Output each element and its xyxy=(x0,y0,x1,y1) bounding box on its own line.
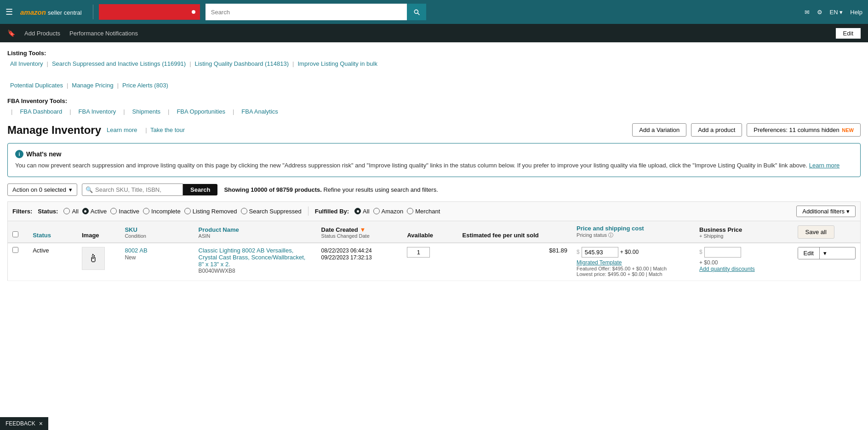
action-on-selected[interactable]: Action on 0 selected ▾ xyxy=(7,183,77,196)
select-all-checkbox[interactable] xyxy=(12,231,18,237)
language-selector[interactable]: EN ▾ xyxy=(830,9,843,16)
bookmark-icon[interactable]: 🔖 xyxy=(7,29,15,37)
th-fee-label: Estimated fee per unit sold xyxy=(463,232,539,239)
fba-dashboard-link[interactable]: FBA Dashboard xyxy=(20,106,62,117)
sku-link[interactable]: 8002 AB xyxy=(125,247,189,254)
add-variation-button[interactable]: Add a Variation xyxy=(632,123,686,137)
new-badge: NEW xyxy=(842,127,854,133)
status-all-radio[interactable]: All xyxy=(63,208,78,215)
lowest-price-text: Lowest price: $495.00 + $0.00 | Match xyxy=(577,271,690,277)
th-date[interactable]: Date Created ▼ Status Changed Date xyxy=(317,221,403,243)
inventory-table: Status Image SKU Condition Product Name … xyxy=(7,221,861,281)
red-input-container[interactable] xyxy=(99,4,200,20)
search-icon-wrapper: 🔍 xyxy=(82,183,183,196)
logo-seller-central: seller central xyxy=(48,9,82,16)
edit-button-group: Edit ▾ xyxy=(798,247,856,259)
additional-filters-button[interactable]: Additional filters ▾ xyxy=(796,206,856,217)
row-bizprice-cell: $ + $0.00 Add quantity discounts xyxy=(695,243,793,281)
filter-divider xyxy=(308,206,308,216)
gear-icon[interactable]: ⚙ xyxy=(817,9,822,16)
migrated-template-link[interactable]: Migrated Template xyxy=(577,259,690,266)
fba-inventory-link[interactable]: FBA Inventory xyxy=(79,106,116,117)
product-name-link[interactable]: Classic Lighting 8002 AB Versailles, Cry… xyxy=(199,247,306,268)
status-active-label: Active xyxy=(91,208,107,215)
add-product-button[interactable]: Add a product xyxy=(691,123,742,137)
row-image-cell: 🕯 xyxy=(77,243,120,281)
edit-button[interactable]: Edit xyxy=(836,28,861,39)
secondary-navigation: 🔖 Add Products Performance Notifications… xyxy=(0,24,868,42)
row-status-cell: Active xyxy=(28,243,77,281)
status-listing-removed-label: Listing Removed xyxy=(193,208,237,215)
status-inactive-label: Inactive xyxy=(119,208,139,215)
separator: | xyxy=(189,58,191,69)
available-input[interactable] xyxy=(407,247,430,258)
listing-tools-pricing[interactable]: Manage Pricing xyxy=(72,80,113,91)
listing-tools-section: Listing Tools: All Inventory | Search Su… xyxy=(7,48,861,91)
listing-tools-improve-bulk[interactable]: Improve Listing Quality in bulk xyxy=(297,58,377,69)
th-available: Available xyxy=(402,221,457,243)
radio-circle-fulfilled-amazon xyxy=(373,208,380,214)
take-tour-link[interactable]: Take the tour xyxy=(150,126,185,133)
biz-price-input[interactable] xyxy=(704,247,741,258)
row-checkbox-cell xyxy=(8,243,29,281)
product-image-icon: 🕯 xyxy=(88,252,99,265)
chevron-down-icon: ▾ xyxy=(846,208,850,215)
asin-text: B0040WWXB8 xyxy=(199,268,312,274)
whats-new-learn-more[interactable]: Learn more xyxy=(809,162,839,169)
whats-new-body: You can now prevent search suppression a… xyxy=(15,161,853,170)
status-incomplete-radio[interactable]: Incomplete xyxy=(143,208,181,215)
fulfilled-all-radio[interactable]: All xyxy=(354,208,369,215)
th-name-sub: ASIN xyxy=(199,233,312,239)
listing-tools-duplicates[interactable]: Potential Duplicates xyxy=(10,80,63,91)
global-search-area xyxy=(206,4,426,20)
biz-price-group: $ xyxy=(699,247,788,258)
price-input[interactable] xyxy=(582,247,618,258)
logo-amazon: amazon xyxy=(20,8,46,16)
learn-more-link[interactable]: Learn more xyxy=(107,126,137,133)
save-all-button[interactable]: Save all xyxy=(798,225,834,239)
edit-listing-button[interactable]: Edit xyxy=(798,247,820,259)
radio-circle-incomplete xyxy=(143,208,149,214)
add-products-link[interactable]: Add Products xyxy=(24,30,60,37)
status-inactive-radio[interactable]: Inactive xyxy=(110,208,139,215)
edit-caret-button[interactable]: ▾ xyxy=(820,247,830,259)
performance-notifications-link[interactable]: Performance Notifications xyxy=(69,30,138,37)
help-link[interactable]: Help xyxy=(850,9,862,16)
separator: | xyxy=(11,106,12,117)
global-search-input[interactable] xyxy=(206,4,407,20)
mail-icon[interactable]: ✉ xyxy=(805,9,810,16)
listing-tools-price-alerts[interactable]: Price Alerts (803) xyxy=(122,80,168,91)
red-dot-indicator xyxy=(192,10,195,14)
row-date-cell: 08/22/2023 06:44:24 09/22/2023 17:32:13 xyxy=(317,243,403,281)
sku-search-group: 🔍 Search xyxy=(82,183,217,196)
hamburger-menu[interactable]: ☰ xyxy=(6,7,13,17)
price-shipping: + $0.00 xyxy=(620,249,639,255)
listing-tools-suppressed[interactable]: Search Suppressed and Inactive Listings … xyxy=(52,58,186,69)
fulfilled-merchant-radio[interactable]: Merchant xyxy=(407,208,440,215)
status-incomplete-label: Incomplete xyxy=(151,208,181,215)
sku-search-button[interactable]: Search xyxy=(183,184,217,195)
global-search-button[interactable] xyxy=(407,4,426,20)
status-search-suppressed-radio[interactable]: Search Suppressed xyxy=(241,208,302,215)
logo-text: amazon seller central xyxy=(20,8,82,16)
fba-shipments-link[interactable]: Shipments xyxy=(132,106,160,117)
status-listing-removed-radio[interactable]: Listing Removed xyxy=(184,208,237,215)
row-checkbox[interactable] xyxy=(12,247,18,253)
fba-analytics-link[interactable]: FBA Analytics xyxy=(241,106,278,117)
add-qty-discounts-link[interactable]: Add quantity discounts xyxy=(699,266,788,272)
fulfilled-amazon-radio[interactable]: Amazon xyxy=(373,208,404,215)
preferences-button[interactable]: Preferences: 11 columns hidden NEW xyxy=(747,123,861,137)
sku-search-input[interactable] xyxy=(82,183,183,196)
manage-header-links: Learn more | Take the tour xyxy=(107,126,189,133)
listing-tools-all-inventory[interactable]: All Inventory xyxy=(10,58,43,69)
status-active-radio[interactable]: Active xyxy=(82,208,107,215)
fba-tools-label: FBA Inventory Tools: xyxy=(7,97,67,104)
radio-circle-fulfilled-all xyxy=(354,208,361,214)
search-icon: 🔍 xyxy=(86,186,93,193)
th-bizprice: Business Price + Shipping xyxy=(695,221,793,243)
listing-tools-quality-dashboard[interactable]: Listing Quality Dashboard (114813) xyxy=(195,58,289,69)
fba-opportunities-link[interactable]: FBA Opportunities xyxy=(177,106,225,117)
radio-circle-search-suppressed xyxy=(241,208,247,214)
radio-circle-listing-removed xyxy=(184,208,191,214)
red-input-field[interactable] xyxy=(103,9,190,16)
